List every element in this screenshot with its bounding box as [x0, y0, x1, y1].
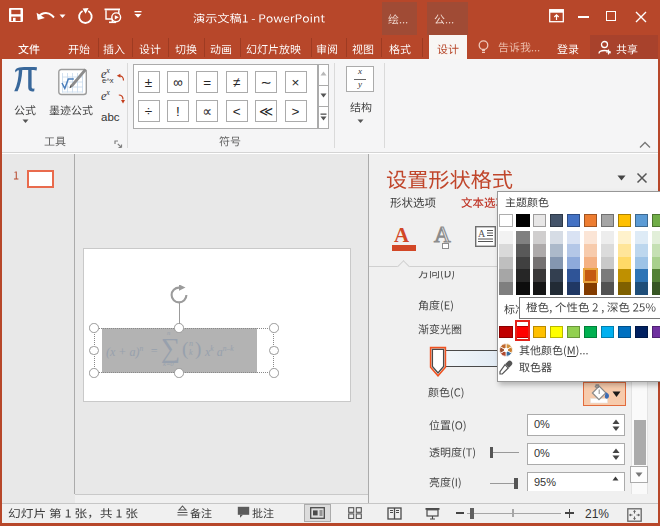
svg-text:A: A [478, 228, 486, 239]
